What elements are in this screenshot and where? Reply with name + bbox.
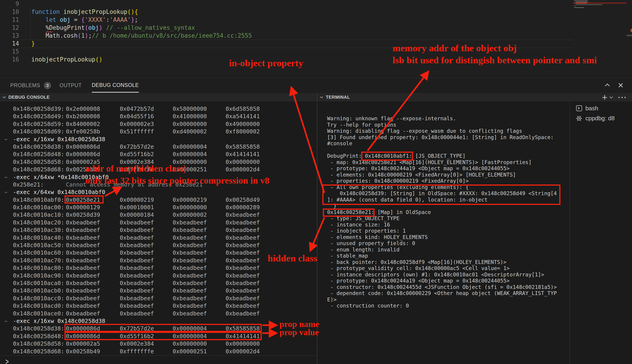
line-number: 9 xyxy=(0,0,19,8)
tab-label: DEBUG CONSOLE xyxy=(92,78,139,92)
memory-dump-row: 0x148c00258d58:0x000002a50x0002e3840x000… xyxy=(0,340,317,348)
debug-console-input[interactable]: > xyxy=(6,356,9,364)
terminal-tab-bash[interactable]: bash xyxy=(570,103,632,113)
close-panel-icon[interactable]: × xyxy=(618,80,623,90)
annotation-in-object-property: in-object property xyxy=(229,58,303,68)
value-cell: 0xbeadbeef xyxy=(120,287,173,294)
line-number: 13 xyxy=(0,32,19,40)
value-cell: 0xbeadbeef xyxy=(173,279,226,287)
memory-dump-row: 0x148c0010ac50:0xbeadbeef0xbeadbeef0xbea… xyxy=(0,242,317,249)
debug-console-output[interactable]: 0x148c00258d39:0x2e0000080x0472b57d0x580… xyxy=(0,102,317,355)
address-cell: 0x148c0010ac50: xyxy=(13,242,66,249)
value-cell: 0xbeadbeef xyxy=(173,294,226,302)
code-line[interactable]: 10function inobjectPropLookup(){ xyxy=(0,8,632,16)
annotation-memory-addr: memory addr of the object obj lsb bit us… xyxy=(393,42,597,66)
tab-label: PROBLEMS xyxy=(10,78,40,92)
value-cell: 0xa5414141 xyxy=(226,113,260,120)
section-title: DEBUG CONSOLE xyxy=(9,95,50,100)
value-cell: 0xbeadbeef xyxy=(66,302,120,310)
value-cell: 0x84000002 xyxy=(66,120,120,128)
prompt-arrow-icon: → xyxy=(4,174,7,181)
new-terminal-icon[interactable]: + xyxy=(602,93,607,102)
memory-dump-row: 0x148c0010ac10:0x00258d390x000001840x000… xyxy=(0,211,317,218)
address-cell: 0x148c0010ac60: xyxy=(13,249,66,256)
value-cell: 0xbeadbeef xyxy=(66,287,120,294)
tab-output[interactable]: OUTPUT xyxy=(60,78,82,92)
code-line[interactable]: 9 xyxy=(0,0,632,8)
value-cell: 0x000002d4 xyxy=(226,348,260,355)
value-cell: 0x00000219 xyxy=(173,196,226,204)
memory-dump-row: 0x148c0010acc0:0xbeadbeef0xbeadbeef0xbea… xyxy=(0,294,317,302)
minimap-line xyxy=(574,7,584,8)
value-cell: 0xbeadbeef xyxy=(226,227,260,233)
address-cell: 0x148c00258d59: xyxy=(13,120,66,128)
memory-dump-row: 0x148c0010ac00:0x000001290x000100010x000… xyxy=(0,204,317,211)
terminal-tab-label: cppdbg: d8 xyxy=(585,115,615,122)
terminal-picker-chevron-icon[interactable] xyxy=(609,95,613,99)
terminal-tab-cppdbg[interactable]: cppdbg: d8 xyxy=(570,113,632,123)
terminal-tab-label: bash xyxy=(585,105,598,112)
code-text: } xyxy=(31,40,35,48)
value-cell: 0x00000004 xyxy=(173,150,226,158)
tab-debug-console[interactable]: DEBUG CONSOLE xyxy=(92,78,139,92)
value-cell: 0x000002e3 xyxy=(120,120,173,128)
value-cell: 0xbeadbeef xyxy=(66,257,120,264)
value-cell: 0xbeadbeef xyxy=(120,310,173,317)
address-cell: 0x148c00258d39: xyxy=(13,105,66,112)
address-cell: 0x148c0010acd0: xyxy=(13,302,66,310)
value-cell: 0x6d585858 xyxy=(226,106,260,112)
annotation-line: addr of map(hidden class) xyxy=(85,162,269,174)
value-cell: 0x00000129 xyxy=(66,204,120,211)
terminal-line: - prototype_validity cell: 0x148c00000ac… xyxy=(327,265,557,272)
editor-scrollbar[interactable] xyxy=(626,35,632,36)
terminal-header[interactable]: TERMINAL xyxy=(317,93,632,102)
code-text: %DebugPrint(obj) // --allow_natives_synt… xyxy=(31,24,195,32)
value-cell: 0x41414141 xyxy=(226,151,260,158)
address-cell: 0x148c00258d48: xyxy=(13,332,66,340)
address-cell: 0x148c0010ac00: xyxy=(13,204,66,211)
memory-dump-row: 0x148c0010ac20:0xbeadbeef0xbeadbeef0xbea… xyxy=(0,219,317,226)
line-number: 16 xyxy=(0,56,19,64)
address-cell: 0x148c0010ace0: xyxy=(13,310,66,317)
minimap[interactable] xyxy=(573,0,626,16)
value-cell: 0xbeadbeef xyxy=(173,226,226,234)
value-cell: 0xbeadbeef xyxy=(173,310,226,317)
tab-problems[interactable]: PROBLEMS 3 xyxy=(10,78,51,92)
value-cell: 0x2e000008 xyxy=(66,105,120,112)
terminal-line: - prototype: 0x148c00244a19 <Object map … xyxy=(327,166,557,172)
code-text: inobjectPropLookup() xyxy=(31,56,102,64)
value-cell: 0xbeadbeef xyxy=(120,219,173,226)
value-cell: 0xbeadbeef xyxy=(120,302,173,310)
problems-count-badge: 3 xyxy=(44,82,51,89)
address-cell: 0x258e21: xyxy=(13,181,66,188)
terminal-line: - elements: 0x148c00000219 <FixedArray[0… xyxy=(327,172,557,178)
code-editor[interactable]: 910function inobjectPropLookup(){11 let … xyxy=(0,0,632,78)
annotation-box-prop-value-row xyxy=(65,332,262,340)
code-line[interactable]: 11 let obj = {'XXXX':'AAAA'}; xyxy=(0,16,632,24)
value-cell: 0x000002a5 xyxy=(66,340,120,348)
address-cell: 0x148c00258d58: xyxy=(13,340,66,348)
value-cell: 0x0000086d xyxy=(66,143,120,150)
address-cell: 0x148c00258d68: xyxy=(13,348,66,355)
value-cell: 0xbeadbeef xyxy=(173,242,226,249)
value-cell: 0xbeadbeef xyxy=(226,212,260,218)
value-cell: 0x51ffffff xyxy=(120,128,173,135)
line-number: 11 xyxy=(0,16,19,24)
more-actions-icon[interactable]: ··· xyxy=(618,94,627,101)
value-cell: 0x00258d49 xyxy=(226,196,260,203)
debug-console-header[interactable]: DEBUG CONSOLE xyxy=(0,93,317,102)
value-cell: 0xbeadbeef xyxy=(66,219,120,226)
code-line[interactable]: 12 %DebugPrint(obj) // --allow_natives_s… xyxy=(0,24,632,32)
annotation-addr-of-map: addr of map(hidden class) only last 32 b… xyxy=(85,162,269,186)
value-cell: 0xbeadbeef xyxy=(120,272,173,279)
value-cell: 0x58000000 xyxy=(173,105,226,112)
value-cell: 0x04d55f16 xyxy=(120,112,173,120)
maximize-panel-icon[interactable] xyxy=(605,84,610,88)
value-cell: 0xbeadbeef xyxy=(226,219,260,226)
terminal-line: Warning: unknown flag --expose-internals… xyxy=(327,116,557,122)
memory-dump-row: 0x148c00258d49:0xb20000080x04d55f160x410… xyxy=(0,112,317,120)
indent-guide xyxy=(31,9,31,40)
code-line[interactable]: 13 Math.cosh(1);// b /home/ubuntu/v8/src… xyxy=(0,32,632,40)
value-cell: 0xbeadbeef xyxy=(66,234,120,242)
current-line-border xyxy=(21,40,573,40)
